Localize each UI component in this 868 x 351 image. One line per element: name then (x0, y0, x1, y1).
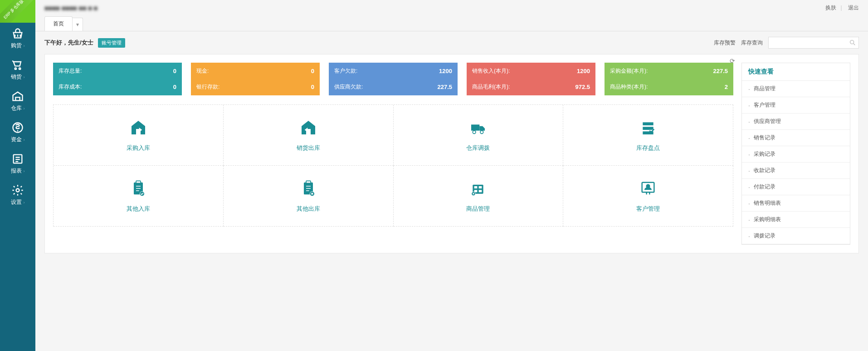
stat-card[interactable]: 客户欠款:1200 供应商欠款:227.5 (329, 63, 458, 95)
stock-warning-link[interactable]: 库存预警 (714, 39, 736, 47)
action-goods[interactable]: 商品管理 (394, 166, 564, 227)
sidebar: ERP 多仓库版 购货› 销货› 仓库› 资金› (0, 0, 35, 351)
chevron-right-icon: › (24, 106, 25, 111)
action-label: 仓库调拨 (466, 144, 490, 152)
quick-item[interactable]: 供应商管理 (742, 114, 850, 130)
stat-card[interactable]: 销售收入(本月):1200 商品毛利(本月):972.5 (467, 63, 595, 95)
action-grid: 采购入库销货出库仓库调拨库存盘点其他入库其他出库商品管理客户管理 (53, 104, 733, 227)
stat-card[interactable]: 采购金额(本月):227.5 商品种类(本月):2 (605, 63, 733, 95)
skin-link[interactable]: 换肤 (825, 5, 836, 11)
chevron-right-icon: › (24, 44, 25, 48)
clipboard-in-icon (129, 179, 147, 198)
action-clipboard-in[interactable]: 其他入库 (54, 166, 224, 227)
sidebar-item-label: 销货 (11, 73, 22, 81)
basket-icon (11, 27, 24, 40)
tab-add-button[interactable]: ▾ (73, 18, 83, 31)
action-label: 客户管理 (636, 205, 660, 213)
svg-point-4 (16, 189, 20, 192)
stat-label: 客户欠款: (334, 67, 357, 75)
action-label: 其他出库 (297, 205, 320, 213)
stat-card[interactable]: 现金:0 银行存款:0 (191, 63, 320, 95)
action-house-in[interactable]: 采购入库 (54, 105, 224, 166)
refresh-icon[interactable]: ⟳ (730, 57, 735, 64)
stock-query-link[interactable]: 库存查询 (741, 39, 763, 47)
sidebar-item-sales[interactable]: 销货› (0, 54, 35, 85)
quick-item[interactable]: 采购明细表 (742, 212, 850, 228)
report-icon (11, 153, 24, 165)
stat-value: 227.5 (437, 84, 452, 90)
quick-item[interactable]: 销售记录 (742, 130, 850, 146)
chevron-right-icon: › (24, 138, 25, 142)
action-customer[interactable]: 客户管理 (563, 166, 733, 227)
sidebar-item-label: 仓库 (11, 104, 22, 112)
clipboard-out-icon (299, 179, 317, 198)
stat-value: 0 (311, 68, 314, 74)
sidebar-item-report[interactable]: 报表› (0, 148, 35, 179)
stat-label: 供应商欠款: (334, 83, 363, 91)
quick-item[interactable]: 销售明细表 (742, 195, 850, 212)
quick-item[interactable]: 收款记录 (742, 163, 850, 179)
quick-item[interactable]: 付款记录 (742, 179, 850, 195)
corner-text: ERP 多仓库版 (2, 0, 25, 21)
cart-icon (11, 59, 24, 71)
tab-home[interactable]: 首页 (44, 16, 73, 31)
svg-rect-6 (471, 124, 479, 130)
greeting-text: 下午好，先生/女士 (44, 39, 93, 47)
quick-item[interactable]: 调拨记录 (742, 228, 850, 244)
corner-ribbon: ERP 多仓库版 (0, 0, 35, 23)
truck-icon (469, 119, 487, 137)
action-house-out[interactable]: 销货出库 (224, 105, 394, 166)
sidebar-item-finance[interactable]: 资金› (0, 117, 35, 148)
stat-value: 972.5 (575, 84, 590, 90)
svg-rect-19 (474, 186, 478, 188)
action-clipboard-out[interactable]: 其他出库 (224, 166, 394, 227)
svg-point-0 (15, 68, 17, 69)
inventory-icon (639, 119, 657, 137)
stat-value: 1200 (439, 68, 452, 74)
account-manage-button[interactable]: 账号管理 (98, 38, 125, 48)
chevron-right-icon: › (24, 200, 25, 205)
search-input[interactable] (768, 37, 859, 49)
logout-link[interactable]: 退出 (848, 5, 859, 11)
action-truck[interactable]: 仓库调拨 (394, 105, 564, 166)
sidebar-item-label: 资金 (11, 136, 22, 143)
sidebar-item-warehouse[interactable]: 仓库› (0, 85, 35, 117)
header-links: 换肤 | 退出 (824, 4, 859, 12)
gear-icon (11, 184, 24, 197)
stat-label: 商品毛利(本月): (472, 83, 510, 91)
stat-row: 库存总量:0 库存成本:0 现金:0 银行存款:0 客户欠款:1200 供应商欠… (53, 63, 733, 95)
stat-value: 1200 (577, 68, 590, 74)
search-icon[interactable] (849, 39, 856, 46)
sidebar-item-purchase[interactable]: 购货› (0, 23, 35, 54)
svg-point-5 (850, 40, 854, 44)
sidebar-item-label: 报表 (11, 167, 22, 175)
svg-point-8 (480, 130, 483, 133)
sidebar-item-label: 设置 (11, 198, 22, 206)
chevron-right-icon: › (24, 75, 25, 79)
quick-item[interactable]: 客户管理 (742, 97, 850, 114)
stat-value: 227.5 (713, 68, 728, 74)
customer-icon (639, 179, 657, 198)
stat-label: 采购金额(本月): (610, 67, 648, 75)
divider: | (841, 5, 842, 11)
stat-label: 商品种类(本月): (610, 83, 648, 91)
stat-label: 库存成本: (59, 83, 82, 91)
chevron-right-icon: › (24, 169, 25, 173)
quick-view-panel: 快速查看 商品管理客户管理供应商管理销售记录采购记录收款记录付款记录销售明细表采… (741, 63, 850, 245)
action-inventory[interactable]: 库存盘点 (563, 105, 733, 166)
svg-rect-9 (643, 122, 653, 125)
svg-rect-10 (643, 127, 653, 130)
stat-card[interactable]: 库存总量:0 库存成本:0 (53, 63, 182, 95)
quick-item[interactable]: 商品管理 (742, 81, 850, 97)
stat-label: 银行存款: (196, 83, 219, 91)
action-label: 其他入库 (127, 205, 150, 213)
stat-label: 现金: (196, 67, 209, 75)
stat-value: 2 (725, 84, 728, 90)
svg-rect-16 (306, 181, 311, 183)
quick-item[interactable]: 采购记录 (742, 146, 850, 163)
quick-view-title: 快速查看 (742, 63, 850, 81)
sidebar-item-settings[interactable]: 设置› (0, 179, 35, 211)
action-label: 商品管理 (466, 205, 490, 213)
stat-value: 0 (173, 84, 176, 90)
sidebar-item-label: 购货 (11, 42, 22, 49)
